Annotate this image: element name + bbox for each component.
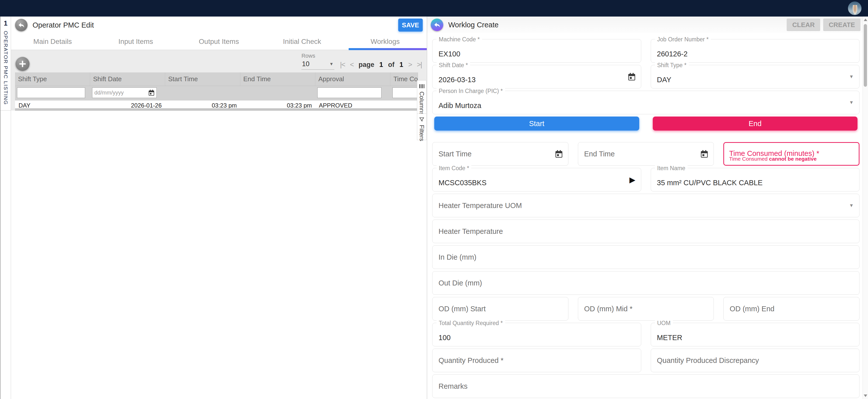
col-approval[interactable]: Approval [315,73,391,86]
total-quantity-required-field[interactable]: Total Quantity Required * 100 [432,323,641,346]
workspace: 1 OPERATOR PMC LISTING Operator PMC Edit… [0,17,868,399]
next-page-button[interactable]: > [408,61,412,69]
rows-per-page: Rows 10 ▼ [301,53,334,70]
calendar-icon[interactable] [701,150,708,158]
chevron-down-icon: ▼ [849,203,854,208]
back-arrow-icon [433,21,441,29]
col-end-time[interactable]: End Time [240,73,315,86]
rows-per-page-select[interactable]: 10 ▼ [301,60,334,70]
person-in-charge-select[interactable]: Person In Charge (PIC) * Adib Murtoza ▼ [432,91,860,114]
scroll-up-icon[interactable] [864,19,867,21]
heater-temperature-field[interactable]: Heater Temperature [432,220,860,243]
save-button[interactable]: SAVE [398,19,423,32]
worklogs-table: Shift Type Shift Date Start Time End Tim… [15,73,418,111]
plus-icon [18,60,27,68]
out-die-field[interactable]: Out Die (mm) [432,271,860,295]
table-pagination: Rows 10 ▼ |< < page 1 of 1 > >| [301,53,422,70]
columns-side-tab[interactable]: Columns [417,80,427,118]
scroll-down-icon[interactable] [864,395,867,397]
od-end-field[interactable]: OD (mm) End [723,297,860,320]
item-code-field[interactable]: Item Code * MCSC035BKS ▶ [432,168,641,192]
start-button[interactable]: Start [434,117,639,131]
left-rail: 1 OPERATOR PMC LISTING [0,17,11,399]
create-button[interactable]: CREATE [823,19,861,31]
of-word: of [388,61,395,69]
user-avatar[interactable] [848,1,862,15]
col-shift-date[interactable]: Shift Date [90,73,165,86]
first-page-button[interactable]: |< [340,61,345,69]
end-time-field[interactable]: End Time [578,142,714,166]
columns-icon [419,83,425,89]
time-consumed-error: Time Consumed cannot be negative [729,156,816,162]
end-button[interactable]: End [653,117,858,131]
table-horizontal-scrollbar[interactable] [15,108,418,111]
shift-type-select[interactable]: Shift Type * DAY ▼ [651,65,860,88]
left-panel-tabbar: Main Details Input Items Output Items In… [11,34,427,50]
in-die-field[interactable]: In Die (mm) [432,245,860,269]
tab-initial-check[interactable]: Initial Check [260,34,344,50]
prev-page-button[interactable]: < [350,61,353,69]
operator-pmc-edit-panel: Operator PMC Edit SAVE Main Details Inpu… [11,17,427,399]
time-consumed-field[interactable]: Time Consumed (minutes) * Time Consumed … [723,142,860,166]
start-time-field[interactable]: Start Time [432,142,568,166]
rail-tab-index: 1 [4,20,7,27]
od-start-field[interactable]: OD (mm) Start [432,297,568,320]
tab-input-items[interactable]: Input Items [94,34,177,50]
tab-worklogs[interactable]: Worklogs [344,34,427,50]
filter-shift-date-input[interactable]: dd/mm/yyyy [92,87,157,98]
current-page: 1 [379,61,383,69]
worklog-create-title: Worklog Create [448,21,499,29]
filter-end-time-empty [240,87,315,98]
total-pages: 1 [399,61,403,69]
rail-tab-operator-pmc-listing[interactable]: 1 OPERATOR PMC LISTING [0,17,11,111]
table-header-row: Shift Type Shift Date Start Time End Tim… [15,73,418,86]
right-panel-scrollbar[interactable] [863,17,868,399]
rows-value: 10 [302,60,309,68]
job-order-number-field[interactable]: Job Order Number * 260126-2 [651,39,860,63]
machine-code-field[interactable]: Machine Code * EX100 [432,39,641,63]
filter-shift-type-input[interactable] [17,87,85,98]
calendar-icon[interactable] [555,150,563,158]
right-panel-header: Worklog Create CLEAR CREATE [427,17,868,33]
add-worklog-button[interactable] [16,57,30,71]
shift-date-field[interactable]: Shift Date * 2026-03-13 [432,65,641,88]
chevron-down-icon: ▼ [849,100,854,105]
left-panel-header: Operator PMC Edit SAVE [11,17,427,34]
tab-main-details[interactable]: Main Details [11,34,94,50]
heater-temperature-uom-select[interactable]: Heater Temperature UOM ▼ [432,194,860,217]
calendar-icon[interactable] [628,73,636,81]
quantity-produced-field[interactable]: Quantity Produced * [432,349,641,372]
pager-nav: |< < page 1 of 1 > >| [340,61,422,70]
rows-label: Rows [301,53,334,59]
active-tab-underline [349,48,427,50]
chevron-down-icon: ▼ [849,74,854,80]
col-shift-type[interactable]: Shift Type [15,73,90,86]
quantity-produced-discrepancy-field[interactable]: Quantity Produced Discrepancy [651,349,860,372]
page-word: page [359,61,374,69]
tab-output-items[interactable]: Output Items [177,34,260,50]
expand-right-icon[interactable]: ▶ [629,175,636,184]
rail-tab-label: OPERATOR PMC LISTING [3,31,9,105]
remarks-field[interactable]: Remarks [432,374,860,398]
top-navbar [0,0,868,17]
back-button[interactable] [15,19,28,31]
scrollbar-thumb[interactable] [864,24,867,87]
filter-time-consumed-input[interactable] [393,87,417,98]
columns-label: Columns [418,91,425,115]
col-time-consumed[interactable]: Time Consu [391,73,418,86]
od-mid-field[interactable]: OD (mm) Mid * [578,297,714,320]
table-filter-row: dd/mm/yyyy [15,86,418,101]
filter-approval-input[interactable] [317,87,381,98]
item-name-field[interactable]: Item Name 35 mm² CU/PVC BLACK CABLE [651,168,860,192]
filters-side-tab[interactable]: Filters [417,114,427,140]
worklogs-table-zone: Rows 10 ▼ |< < page 1 of 1 > >| [11,50,427,111]
col-start-time[interactable]: Start Time [165,73,240,86]
right-panel-actions: CLEAR CREATE [787,19,861,31]
filters-label: Filters [418,125,425,141]
clear-button[interactable]: CLEAR [787,19,820,31]
last-page-button[interactable]: >| [417,61,422,69]
chevron-down-icon: ▼ [330,62,334,67]
worklog-back-button[interactable] [431,19,443,31]
page-title: Operator PMC Edit [33,21,94,29]
uom-field[interactable]: UOM METER [651,323,860,346]
